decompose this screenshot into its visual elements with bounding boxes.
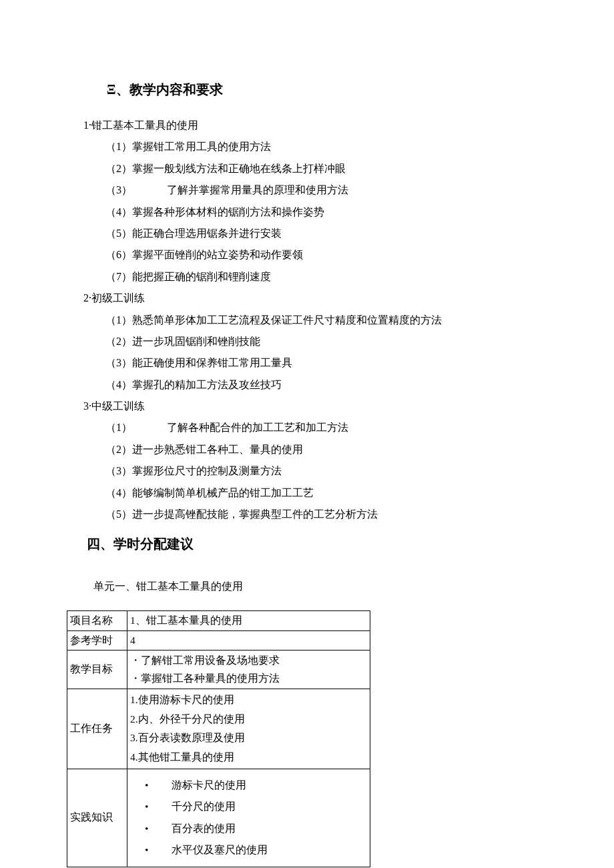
item-3-sub-1-prefix: （1）: [105, 422, 132, 433]
practice-4: •水平仪及塞尺的使用: [130, 839, 367, 861]
item-1-sub-4: （4）掌握各种形体材料的锯削方法和操作姿势: [67, 202, 547, 222]
practice-1: •游标卡尺的使用: [130, 775, 367, 797]
bullet-icon: •: [145, 775, 172, 797]
row-5-label: 实践知识: [67, 769, 127, 867]
item-2-sub-3: （3）能正确使用和保养钳工常用工量具: [67, 353, 547, 373]
item-3-title: 3·中级工训练: [67, 396, 547, 416]
task-3: 3.百分表读数原理及使用: [130, 729, 367, 748]
item-1-sub-3: （3）了解并掌握常用量具的原理和使用方法: [67, 180, 547, 200]
row-1-label: 项目名称: [67, 610, 127, 630]
item-3-sub-5: （5）进一步提高锉配技能，掌握典型工件的工艺分析方法: [67, 504, 547, 524]
table-row: 工作任务 1.使用游标卡尺的使用 2.内、外径千分尺的使用 3.百分表读数原理及…: [67, 689, 370, 769]
item-2-sub-1: （1）熟悉简单形体加工工艺流程及保证工件尺寸精度和位置精度的方法: [67, 310, 547, 330]
item-1-sub-1: （1）掌握钳工常用工具的使用方法: [67, 137, 547, 157]
item-1-sub-7: （7）能把握正确的锯削和锂削速度: [67, 267, 547, 287]
item-3-sub-4: （4）能够编制简单机械产品的钳工加工工艺: [67, 483, 547, 503]
hours-table: 项目名称 1、钳工基本量具的使用 参考学时 4 教学目标 ・了解钳工常用设备及场…: [67, 610, 370, 867]
item-2-title: 2·初级工训练: [67, 288, 547, 308]
goal-1: ・了解钳工常用设备及场地要求: [130, 652, 367, 669]
row-4-value: 1.使用游标卡尺的使用 2.内、外径千分尺的使用 3.百分表读数原理及使用 4.…: [127, 689, 370, 769]
practice-2: •千分尺的使用: [130, 796, 367, 818]
row-1-value: 1、钳工基本量具的使用: [127, 610, 370, 630]
task-4: 4.其他钳工量具的使用: [130, 748, 367, 767]
practice-3: •百分表的使用: [130, 818, 367, 840]
row-3-value: ・了解钳工常用设备及场地要求 ・掌握钳工各种量具的使用方法: [127, 650, 370, 689]
item-1-sub-3-body: 了解并掌握常用量具的原理和使用方法: [167, 184, 348, 195]
item-1-sub-3-prefix: （3）: [105, 184, 132, 195]
item-1-sub-5: （5）能正确合理选用锯条并进行安装: [67, 224, 547, 244]
row-2-label: 参考学时: [67, 630, 127, 650]
item-3-sub-1-body: 了解各种配合件的加工工艺和加工方法: [167, 422, 348, 433]
item-2-sub-2: （2）进一步巩固锯削和锉削技能: [67, 332, 547, 352]
item-3-sub-2: （2）进一步熟悉钳工各种工、量具的使用: [67, 440, 547, 460]
section-3-heading: Ξ、教学内容和要求: [67, 77, 547, 102]
row-4-label: 工作任务: [67, 689, 127, 769]
item-2-sub-4: （4）掌握孔的精加工方法及攻丝技巧: [67, 375, 547, 395]
task-1: 1.使用游标卡尺的使用: [130, 691, 367, 710]
row-3-label: 教学目标: [67, 650, 127, 689]
item-3-sub-1: （1）了解各种配合件的加工工艺和加工方法: [67, 418, 547, 438]
bullet-icon: •: [145, 839, 172, 861]
table-row: 实践知识 •游标卡尺的使用 •千分尺的使用 •百分表的使用 •水平仪及塞尺的使用: [67, 769, 370, 867]
row-2-value: 4: [127, 630, 370, 650]
task-2: 2.内、外径千分尺的使用: [130, 710, 367, 729]
section-4-heading: 四、学时分配建议: [67, 531, 547, 556]
bullet-icon: •: [145, 796, 172, 818]
table-row: 项目名称 1、钳工基本量具的使用: [67, 610, 370, 630]
bullet-icon: •: [145, 818, 172, 840]
item-1-sub-6: （6）掌握平面锉削的站立姿势和动作要领: [67, 245, 547, 265]
row-5-value: •游标卡尺的使用 •千分尺的使用 •百分表的使用 •水平仪及塞尺的使用: [127, 769, 370, 867]
item-1-title: 1·钳工基本工量具的使用: [67, 115, 547, 135]
table-row: 参考学时 4: [67, 630, 370, 650]
goal-2: ・掌握钳工各种量具的使用方法: [130, 670, 367, 687]
item-1-sub-2: （2）掌握一般划线方法和正确地在线条上打样冲眼: [67, 159, 547, 179]
unit-1-title: 单元一、钳工基本工量具的使用: [67, 576, 547, 596]
item-3-sub-3: （3）掌握形位尺寸的控制及测量方法: [67, 461, 547, 481]
table-row: 教学目标 ・了解钳工常用设备及场地要求 ・掌握钳工各种量具的使用方法: [67, 650, 370, 689]
